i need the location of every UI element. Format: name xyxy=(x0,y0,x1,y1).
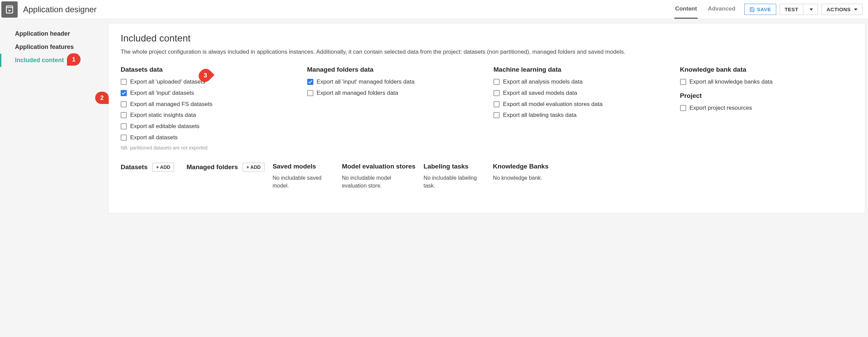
sidebar-item-application-features[interactable]: Application features xyxy=(0,40,105,54)
checkbox-icon xyxy=(493,101,500,107)
sidebar-item-application-header[interactable]: Application header xyxy=(0,27,105,40)
checkbox-icon xyxy=(121,123,127,129)
test-dropdown-button[interactable] xyxy=(803,4,818,15)
add-dataset-button[interactable]: + ADD xyxy=(152,163,174,172)
test-button-group: TEST xyxy=(780,4,818,15)
section-knowledge-banks: Knowledge Banks No knowledge bank. xyxy=(493,163,551,190)
add-folder-button[interactable]: + ADD xyxy=(243,163,264,172)
content-card: Included content The whole project confi… xyxy=(108,23,865,213)
group-title: Datasets data xyxy=(121,66,294,73)
checkbox-label: Export all datasets xyxy=(130,134,178,142)
section-empty-text: No includable model evaluation store. xyxy=(342,174,403,190)
group-title: Knowledge bank data xyxy=(680,66,853,73)
checkbox-label: Export all 'input' managed folders data xyxy=(317,78,415,86)
actions-button-label: ACTIONS xyxy=(827,6,851,12)
checkbox-icon xyxy=(680,105,686,111)
checkbox-export-all-datasets[interactable]: Export all datasets xyxy=(121,134,294,142)
group-title: Project xyxy=(680,92,853,100)
checkbox-icon xyxy=(307,79,313,85)
section-empty-text: No includable saved model. xyxy=(273,174,334,190)
checkbox-label: Export all managed FS datasets xyxy=(130,101,212,108)
tab-content[interactable]: Content xyxy=(674,0,697,19)
group-datasets-data: Datasets data Export all 'uploaded' data… xyxy=(121,66,294,151)
checkbox-export-editable-datasets[interactable]: Export all editable datasets xyxy=(121,123,294,130)
sidebar: Application header Application features … xyxy=(0,19,105,216)
checkbox-export-uploaded-datasets[interactable]: Export all 'uploaded' datasets xyxy=(121,78,294,86)
group-kb-project: Knowledge bank data Export all knowledge… xyxy=(680,66,853,151)
checkbox-export-model-evaluation-stores[interactable]: Export all model evaluation stores data xyxy=(493,101,666,108)
section-empty-text: No includable labeling task. xyxy=(423,174,485,190)
checkbox-icon xyxy=(121,135,127,141)
caret-down-icon xyxy=(810,8,813,11)
checkbox-icon xyxy=(121,101,127,107)
app-icon xyxy=(1,1,18,18)
section-labeling-tasks: Labeling tasks No includable labeling ta… xyxy=(423,163,485,190)
checkbox-export-static-insights[interactable]: Export static insights data xyxy=(121,111,294,119)
checkbox-label: Export all model evaluation stores data xyxy=(503,101,603,108)
sidebar-item-included-content[interactable]: Included content xyxy=(0,54,105,67)
save-button-label: SAVE xyxy=(757,6,771,12)
checkbox-export-managed-fs-datasets[interactable]: Export all managed FS datasets xyxy=(121,101,294,108)
section-title: Saved models xyxy=(273,163,316,170)
actions-button[interactable]: ACTIONS xyxy=(821,4,863,15)
section-title: Included content xyxy=(121,33,853,44)
test-button[interactable]: TEST xyxy=(780,4,803,15)
checkbox-export-saved-models[interactable]: Export all saved models data xyxy=(493,89,666,97)
group-title: Machine learning data xyxy=(493,66,666,73)
checkbox-icon xyxy=(121,90,127,96)
checkbox-icon xyxy=(493,90,500,96)
section-title: Labeling tasks xyxy=(423,163,468,170)
save-button[interactable]: SAVE xyxy=(744,4,776,15)
section-title: Knowledge Banks xyxy=(493,163,549,170)
checkbox-label: Export all managed folders data xyxy=(317,89,398,97)
checkbox-label: Export project resources xyxy=(690,104,752,112)
checkbox-label: Export static insights data xyxy=(130,111,196,119)
section-saved-models: Saved models No includable saved model. xyxy=(273,163,334,190)
svg-rect-0 xyxy=(6,6,13,13)
page-title: Application designer xyxy=(23,5,674,14)
tab-advanced[interactable]: Advanced xyxy=(707,0,736,19)
checkbox-label: Export all labeling tasks data xyxy=(503,111,576,119)
checkbox-label: Export all analysis models data xyxy=(503,78,583,86)
checkbox-icon xyxy=(307,90,313,96)
checkbox-export-labeling-tasks[interactable]: Export all labeling tasks data xyxy=(493,111,666,119)
checkbox-icon xyxy=(121,112,127,118)
header-tabs: Content Advanced xyxy=(674,0,736,19)
checkbox-export-input-datasets[interactable]: Export all 'input' datasets xyxy=(121,89,294,97)
section-description: The whole project configuration is alway… xyxy=(121,48,853,56)
checkbox-icon xyxy=(121,79,127,85)
checkbox-label: Export all 'input' datasets xyxy=(130,89,194,97)
checkbox-label: Export all saved models data xyxy=(503,89,577,97)
section-datasets: Datasets + ADD xyxy=(121,163,178,190)
section-title: Datasets xyxy=(121,163,147,171)
section-title: Model evaluation stores xyxy=(342,163,415,170)
top-buttons: SAVE TEST ACTIONS xyxy=(744,4,863,15)
group-managed-folders-data: Managed folders data Export all 'input' … xyxy=(307,66,480,151)
checkbox-export-project-resources[interactable]: Export project resources xyxy=(680,104,853,112)
checkbox-export-all-managed-folders[interactable]: Export all managed folders data xyxy=(307,89,480,97)
checkbox-export-analysis-models[interactable]: Export all analysis models data xyxy=(493,78,666,86)
checkbox-icon xyxy=(493,112,500,118)
datasets-note: NB: partitioned datasets are not exporte… xyxy=(121,145,294,150)
group-title: Managed folders data xyxy=(307,66,480,73)
caret-down-icon xyxy=(854,8,857,11)
section-managed-folders: Managed folders + ADD xyxy=(187,163,264,190)
section-title: Managed folders xyxy=(187,163,238,171)
group-ml-data: Machine learning data Export all analysi… xyxy=(493,66,666,151)
section-model-evaluation-stores: Model evaluation stores No includable mo… xyxy=(342,163,415,190)
checkbox-export-input-managed-folders[interactable]: Export all 'input' managed folders data xyxy=(307,78,480,86)
checkbox-label: Export all knowledge banks data xyxy=(690,78,773,86)
section-empty-text: No knowledge bank. xyxy=(493,174,551,182)
save-icon xyxy=(749,7,755,12)
top-bar: Application designer Content Advanced SA… xyxy=(0,0,868,19)
checkbox-export-knowledge-banks[interactable]: Export all knowledge banks data xyxy=(680,78,853,86)
checkbox-label: Export all editable datasets xyxy=(130,123,199,130)
checkbox-icon xyxy=(680,79,686,85)
checkbox-icon xyxy=(493,79,500,85)
checkbox-label: Export all 'uploaded' datasets xyxy=(130,78,205,86)
